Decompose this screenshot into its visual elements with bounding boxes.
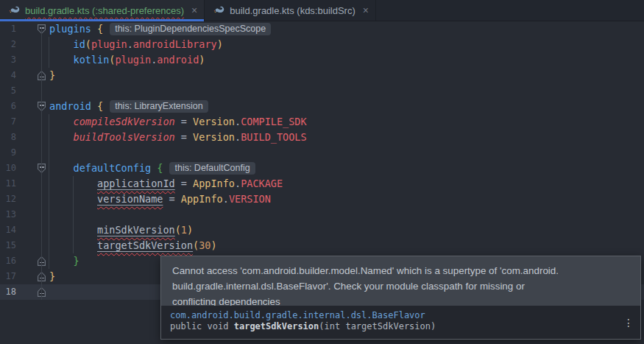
gutter bbox=[16, 161, 49, 176]
code-line[interactable]: 3 kotlin(plugin.android) bbox=[0, 52, 644, 68]
signature-method-name: targetSdkVersion bbox=[234, 321, 319, 331]
line-number[interactable]: 7 bbox=[0, 114, 16, 130]
code-text: kotlin(plugin.android) bbox=[49, 52, 644, 68]
code-text: compileSdkVersion = Version.COMPILE_SDK bbox=[49, 114, 644, 130]
gradle-icon bbox=[213, 4, 224, 16]
code-line[interactable]: 10 defaultConfig {this: DefaultConfig bbox=[0, 161, 644, 176]
code-line[interactable]: 5 bbox=[0, 83, 644, 99]
line-number[interactable]: 11 bbox=[0, 176, 16, 192]
tooltip-signature: com.android.build.gradle.internal.dsl.Ba… bbox=[161, 306, 640, 339]
inlay-hint: this: DefaultConfig bbox=[169, 162, 255, 175]
line-number[interactable]: 5 bbox=[0, 83, 16, 99]
line-number[interactable]: 8 bbox=[0, 130, 16, 145]
line-number[interactable]: 13 bbox=[0, 207, 16, 222]
tab-label: build.gradle.kts (:shared-preferences) bbox=[25, 5, 184, 16]
gutter bbox=[16, 192, 49, 207]
code-text: applicationId = AppInfo.PACKAGE bbox=[49, 176, 644, 192]
indent-guide bbox=[49, 37, 49, 68]
gutter bbox=[16, 176, 49, 192]
code-text bbox=[49, 145, 644, 161]
gutter bbox=[16, 145, 49, 161]
line-number[interactable]: 3 bbox=[0, 52, 16, 68]
code-text: id(plugin.androidLibrary) bbox=[49, 37, 644, 52]
tooltip-message-line: build.gradle.internal.dsl.BaseFlavor'. C… bbox=[172, 278, 640, 294]
gutter bbox=[16, 37, 49, 52]
code-text: versionName = AppInfo.VERSION bbox=[49, 192, 644, 207]
code-line[interactable]: 4} bbox=[0, 68, 644, 83]
code-line[interactable]: 9 bbox=[0, 145, 644, 161]
code-text: targetSdkVersion(30) bbox=[49, 238, 644, 253]
line-number[interactable]: 12 bbox=[0, 192, 16, 207]
code-line[interactable]: 12 versionName = AppInfo.VERSION bbox=[0, 192, 644, 207]
unresolved-reference: minSdkVersion bbox=[97, 224, 175, 236]
code-text bbox=[49, 207, 644, 222]
line-number[interactable]: 2 bbox=[0, 37, 16, 52]
error-tooltip: Cannot access 'com.android.builder.model… bbox=[160, 256, 641, 340]
inlay-hint: this: LibraryExtension bbox=[110, 100, 208, 113]
gutter bbox=[16, 269, 49, 284]
line-number[interactable]: 10 bbox=[0, 161, 16, 176]
gutter bbox=[16, 21, 49, 37]
line-number[interactable]: 15 bbox=[0, 238, 16, 253]
code-line[interactable]: 8 buildToolsVersion = Version.BUILD_TOOL… bbox=[0, 130, 644, 145]
line-number[interactable]: 6 bbox=[0, 99, 16, 114]
code-text: minSdkVersion(1) bbox=[49, 222, 644, 238]
code-text: android {this: LibraryExtension bbox=[49, 99, 644, 114]
gutter bbox=[16, 68, 49, 83]
tab-close-icon[interactable]: × bbox=[191, 5, 197, 15]
line-number[interactable]: 9 bbox=[0, 145, 16, 161]
gutter bbox=[16, 207, 49, 222]
line-number[interactable]: 18 bbox=[0, 284, 16, 300]
code-text: defaultConfig {this: DefaultConfig bbox=[49, 161, 644, 176]
gutter bbox=[16, 130, 49, 145]
code-line[interactable]: 11 applicationId = AppInfo.PACKAGE bbox=[0, 176, 644, 192]
fold-connector-line bbox=[41, 27, 42, 300]
line-number[interactable]: 1 bbox=[0, 21, 16, 37]
code-line[interactable]: 15 targetSdkVersion(30) bbox=[0, 238, 644, 253]
signature-package: com.android.build.gradle.internal.dsl.Ba… bbox=[170, 310, 618, 321]
code-text: } bbox=[49, 68, 644, 83]
more-options-icon[interactable]: ⋮ bbox=[623, 317, 634, 328]
inlay-hint: this: PluginDependenciesSpecScope bbox=[110, 23, 271, 35]
gutter bbox=[16, 99, 49, 114]
gutter bbox=[16, 253, 49, 269]
signature-line: public void targetSdkVersion(int targetS… bbox=[170, 321, 618, 332]
line-number[interactable]: 17 bbox=[0, 269, 16, 284]
tooltip-message-line: Cannot access 'com.android.builder.model… bbox=[172, 263, 640, 278]
code-text: buildToolsVersion = Version.BUILD_TOOLS bbox=[49, 130, 644, 145]
gutter bbox=[16, 52, 49, 68]
line-number[interactable]: 16 bbox=[0, 253, 16, 269]
unresolved-reference: applicationId bbox=[97, 178, 175, 189]
code-line[interactable]: 6android {this: LibraryExtension bbox=[0, 99, 644, 114]
code-line[interactable]: 1plugins {this: PluginDependenciesSpecSc… bbox=[0, 21, 644, 37]
gutter bbox=[16, 284, 49, 300]
line-number[interactable]: 14 bbox=[0, 222, 16, 238]
code-text bbox=[49, 83, 644, 99]
editor-tab[interactable]: build.gradle.kts (kds:buildSrc)× bbox=[205, 0, 376, 21]
ide-window: build.gradle.kts (:shared-preferences)× … bbox=[0, 0, 644, 344]
gutter bbox=[16, 222, 49, 238]
code-line[interactable]: 14 minSdkVersion(1) bbox=[0, 222, 644, 238]
gutter bbox=[16, 238, 49, 253]
unresolved-reference: targetSdkVersion bbox=[97, 239, 193, 251]
line-number[interactable]: 4 bbox=[0, 68, 16, 83]
code-line[interactable]: 13 bbox=[0, 207, 644, 222]
gradle-icon bbox=[8, 4, 20, 16]
code-line[interactable]: 7 compileSdkVersion = Version.COMPILE_SD… bbox=[0, 114, 644, 130]
unresolved-reference: versionName bbox=[97, 193, 163, 205]
code-line[interactable]: 2 id(plugin.androidLibrary) bbox=[0, 37, 644, 52]
editor-tab[interactable]: build.gradle.kts (:shared-preferences)× bbox=[0, 0, 205, 21]
gutter bbox=[16, 83, 49, 99]
editor-tab-bar: build.gradle.kts (:shared-preferences)× … bbox=[0, 0, 644, 21]
gutter bbox=[16, 114, 49, 130]
tooltip-message: Cannot access 'com.android.builder.model… bbox=[161, 256, 640, 306]
indent-guide bbox=[73, 176, 74, 253]
tab-close-icon[interactable]: × bbox=[363, 5, 369, 15]
indent-guide bbox=[49, 114, 49, 269]
code-text: plugins {this: PluginDependenciesSpecSco… bbox=[49, 21, 644, 37]
tab-label: build.gradle.kts (kds:buildSrc) bbox=[230, 5, 355, 16]
